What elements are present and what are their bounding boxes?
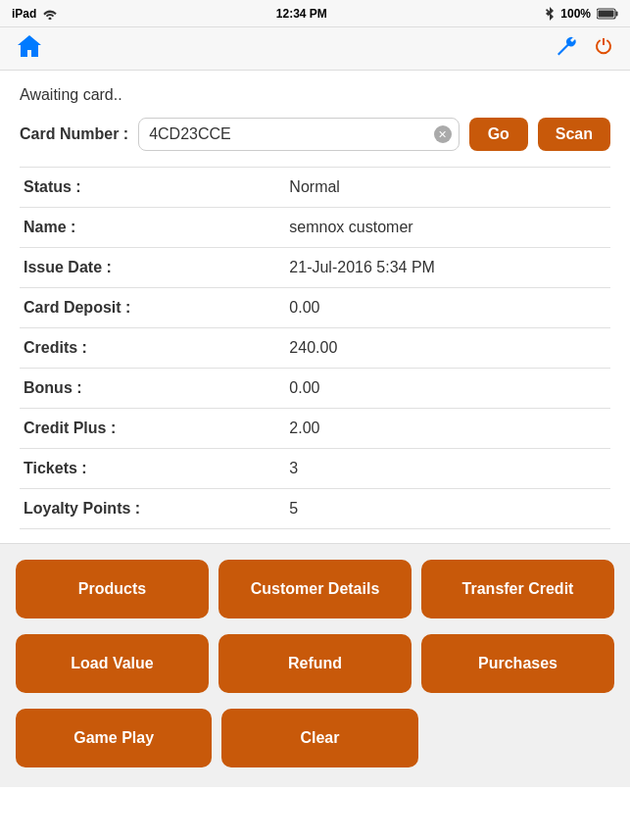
table-row: Name : semnox customer [20, 208, 610, 248]
svg-rect-2 [598, 10, 613, 17]
field-label: Credit Plus : [20, 409, 285, 449]
info-table: Status : Normal Name : semnox customer I… [20, 167, 610, 529]
clear-input-button[interactable]: ✕ [434, 125, 452, 143]
wifi-icon [42, 8, 58, 20]
table-row: Status : Normal [20, 168, 610, 208]
carrier-label: iPad [12, 7, 36, 21]
field-value: 2.00 [285, 409, 610, 449]
awaiting-text: Awaiting card.. [20, 86, 610, 104]
field-value: 0.00 [285, 288, 610, 328]
card-number-label: Card Number : [20, 125, 128, 143]
status-bar: iPad 12:34 PM 100% [0, 0, 630, 27]
go-button[interactable]: Go [469, 118, 528, 151]
nav-right-icons [556, 35, 614, 62]
table-row: Credits : 240.00 [20, 328, 610, 369]
field-value: Normal [285, 168, 610, 208]
field-value: 0.00 [285, 369, 610, 409]
transfer-credit-button[interactable]: Transfer Credit [421, 560, 614, 618]
field-value: semnox customer [285, 208, 610, 248]
nav-bar [0, 27, 630, 71]
table-row: Issue Date : 21-Jul-2016 5:34 PM [20, 248, 610, 288]
purchases-button[interactable]: Purchases [421, 634, 614, 693]
battery-label: 100% [560, 7, 591, 21]
wrench-icon[interactable] [556, 35, 577, 62]
scan-button[interactable]: Scan [538, 118, 610, 151]
customer-details-button[interactable]: Customer Details [218, 560, 412, 618]
card-number-row: Card Number : ✕ Go Scan [20, 118, 610, 151]
buttons-row-1: ProductsCustomer DetailsTransfer Credit [16, 560, 614, 618]
status-bar-left: iPad [12, 7, 58, 21]
field-label: Status : [20, 168, 285, 208]
refund-button[interactable]: Refund [218, 634, 412, 693]
status-bar-right: 100% [545, 7, 618, 21]
card-number-input[interactable] [138, 118, 460, 151]
field-label: Tickets : [20, 449, 285, 489]
field-label: Loyalty Points : [20, 489, 285, 529]
table-row: Loyalty Points : 5 [20, 489, 610, 529]
field-label: Card Deposit : [20, 288, 285, 328]
table-row: Card Deposit : 0.00 [20, 288, 610, 328]
field-label: Name : [20, 208, 285, 248]
svg-rect-1 [615, 11, 617, 16]
field-label: Issue Date : [20, 248, 285, 288]
battery-icon [597, 8, 618, 20]
table-row: Credit Plus : 2.00 [20, 409, 610, 449]
game-play-button[interactable]: Game Play [16, 709, 212, 767]
field-value: 21-Jul-2016 5:34 PM [285, 248, 610, 288]
status-bar-time: 12:34 PM [276, 7, 327, 21]
field-label: Bonus : [20, 369, 285, 409]
field-value: 240.00 [285, 328, 610, 369]
field-label: Credits : [20, 328, 285, 369]
products-button[interactable]: Products [16, 560, 209, 618]
table-row: Tickets : 3 [20, 449, 610, 489]
field-value: 5 [285, 489, 610, 529]
load-value-button[interactable]: Load Value [16, 634, 209, 693]
power-icon[interactable] [593, 35, 614, 62]
bluetooth-icon [545, 7, 555, 21]
main-content: Awaiting card.. Card Number : ✕ Go Scan … [0, 71, 630, 529]
buttons-row-2: Load ValueRefundPurchases [16, 634, 614, 693]
card-number-input-wrapper: ✕ [138, 118, 460, 151]
buttons-row-3: Game PlayClear [16, 709, 614, 767]
clear-button[interactable]: Clear [221, 709, 417, 767]
buttons-area: ProductsCustomer DetailsTransfer Credit … [0, 543, 630, 787]
home-icon[interactable] [16, 33, 43, 65]
field-value: 3 [285, 449, 610, 489]
table-row: Bonus : 0.00 [20, 369, 610, 409]
